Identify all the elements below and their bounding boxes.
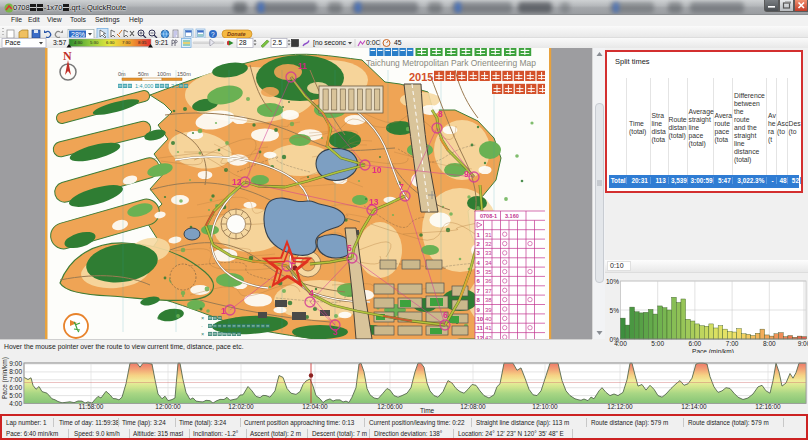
svg-text:4:00: 4:00 <box>9 400 22 407</box>
svg-text:7:00: 7:00 <box>726 340 739 347</box>
svg-text:N: N <box>63 49 72 63</box>
svg-text:40: 40 <box>485 316 492 322</box>
svg-text:32: 32 <box>485 241 492 247</box>
svg-text:0m: 0m <box>118 71 126 77</box>
svg-text:28: 28 <box>239 39 247 46</box>
svg-text:10: 10 <box>372 165 382 175</box>
svg-text:9: 9 <box>464 169 469 179</box>
svg-text:12:12:00: 12:12:00 <box>607 403 633 410</box>
svg-text:×: × <box>201 315 204 321</box>
svg-text:8: 8 <box>438 109 443 119</box>
svg-text:Time: Time <box>420 407 435 414</box>
svg-text:6:00: 6:00 <box>9 384 22 391</box>
svg-text:3.160: 3.160 <box>505 213 519 219</box>
svg-text:Pace (min/km): Pace (min/km) <box>1 357 9 399</box>
svg-text:35: 35 <box>485 269 492 275</box>
svg-text:39: 39 <box>485 307 492 313</box>
svg-text:100m: 100m <box>157 71 171 77</box>
svg-text:10%: 10% <box>606 278 619 285</box>
svg-text:4:30: 4:30 <box>74 40 83 45</box>
svg-text:12:06:00: 12:06:00 <box>377 403 403 410</box>
svg-text:?: ? <box>211 31 215 38</box>
svg-text:0%: 0% <box>610 336 620 343</box>
svg-text:8:00: 8:00 <box>9 368 22 375</box>
svg-text:2.5: 2.5 <box>273 39 283 46</box>
svg-text:5:30: 5:30 <box>90 40 99 45</box>
svg-text:31: 31 <box>485 232 492 238</box>
svg-text:2.5: 2.5 <box>171 83 179 89</box>
svg-text:12:16:00: 12:16:00 <box>755 403 781 410</box>
svg-text:0:0C: 0:0C <box>366 39 380 46</box>
svg-text:150m: 150m <box>177 71 191 77</box>
svg-text:5: 5 <box>347 243 352 253</box>
svg-text:7: 7 <box>399 182 404 192</box>
svg-text:9:00: 9:00 <box>798 340 808 347</box>
svg-text:×: × <box>201 331 204 337</box>
svg-text:9:21: 9:21 <box>155 39 168 46</box>
svg-text:Pace: Pace <box>5 39 21 46</box>
svg-text:11: 11 <box>298 61 307 71</box>
svg-text:8:35: 8:35 <box>138 40 147 45</box>
svg-text:7:00: 7:00 <box>9 376 22 383</box>
svg-text:12:10:00: 12:10:00 <box>532 403 558 410</box>
svg-text:13: 13 <box>369 197 379 207</box>
svg-text:3: 3 <box>333 327 338 337</box>
svg-text:6:00: 6:00 <box>689 340 702 347</box>
svg-text:12: 12 <box>232 177 242 187</box>
svg-text:12:14:00: 12:14:00 <box>681 403 707 410</box>
svg-text:38: 38 <box>485 297 492 303</box>
svg-text:41: 41 <box>485 325 492 331</box>
svg-text:2015: 2015 <box>409 71 433 83</box>
svg-text:Donate: Donate <box>227 31 246 37</box>
svg-text:6: 6 <box>443 310 448 320</box>
svg-text:Taichung Metropolitan Park Ori: Taichung Metropolitan Park Orienteering … <box>366 58 536 68</box>
svg-text:7:30: 7:30 <box>122 40 131 45</box>
svg-text:6:30: 6:30 <box>106 40 115 45</box>
svg-text:12:04:00: 12:04:00 <box>302 403 328 410</box>
svg-text:36: 36 <box>485 278 492 284</box>
svg-text:12:02:00: 12:02:00 <box>228 403 254 410</box>
svg-text:11: 11 <box>477 325 484 331</box>
svg-text:50m: 50m <box>138 71 149 77</box>
svg-text:[no seconc: [no seconc <box>313 39 346 47</box>
svg-text:33: 33 <box>485 250 492 256</box>
svg-text:3:57: 3:57 <box>53 39 66 46</box>
svg-text:9:00: 9:00 <box>9 360 22 367</box>
svg-text:4: 4 <box>309 288 314 298</box>
svg-text:34: 34 <box>485 260 492 266</box>
svg-text:5:00: 5:00 <box>651 340 664 347</box>
svg-text:10: 10 <box>477 316 484 322</box>
svg-text:5%: 5% <box>610 307 620 314</box>
svg-text:·: · <box>201 323 203 329</box>
svg-text:11:58:00: 11:58:00 <box>79 403 104 410</box>
svg-text:1: 1 <box>221 306 226 316</box>
svg-text:45: 45 <box>394 39 402 46</box>
svg-text:0708-1: 0708-1 <box>480 213 497 219</box>
svg-text:8:00: 8:00 <box>763 340 776 347</box>
svg-text:37: 37 <box>485 288 492 294</box>
svg-text:12:00:00: 12:00:00 <box>155 403 181 410</box>
svg-text:1:4,000: 1:4,000 <box>135 83 153 89</box>
svg-text:28%: 28% <box>71 31 85 38</box>
svg-text:12:08:00: 12:08:00 <box>460 403 486 410</box>
svg-text:5:00: 5:00 <box>9 392 22 399</box>
